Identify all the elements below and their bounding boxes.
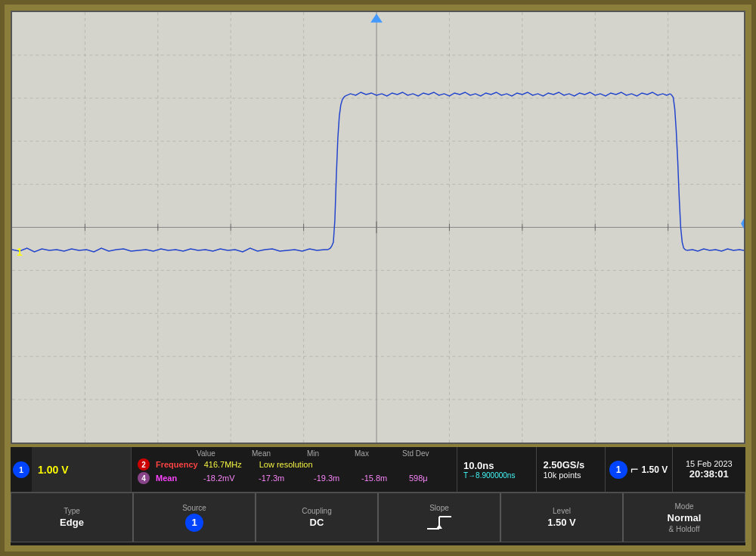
- mean-mean: -17.3m: [259, 474, 308, 483]
- ch2-circle: 2: [138, 458, 150, 471]
- mean-row: 4 Mean -18.2mV -17.3m -19.3m -15.8m 598μ: [138, 472, 451, 484]
- freq-resolution: Low resolution: [259, 460, 313, 469]
- timebase-panel: 10.0ns T→8.900000ns: [457, 447, 537, 492]
- bottom-panel: 1 1.00 V Value Mean Min Max Std Dev: [11, 447, 745, 545]
- measurements-table: Value Mean Min Max Std Dev 2 Frequency 4…: [132, 447, 457, 492]
- source-label-top: Source: [182, 504, 206, 512]
- mean-min: -19.3m: [314, 474, 355, 483]
- freq-row: 2 Frequency 416.7MHz Low resolution: [138, 458, 451, 471]
- oscilloscope-grid: 1: [12, 12, 744, 443]
- trigger-panel: 1 ⌐ 1.50 V: [606, 447, 673, 492]
- coupling-label-top: Coupling: [302, 507, 331, 515]
- sample-rate: 2.50GS/s: [543, 459, 598, 471]
- mean-std: 598μ: [409, 474, 451, 483]
- type-label-top: Type: [64, 507, 80, 515]
- ch1-indicator: 1: [13, 461, 29, 478]
- type-button[interactable]: Type Edge: [11, 492, 133, 542]
- oscilloscope-frame: 1 1 1.00 V: [0, 0, 756, 556]
- ch1-voltage: 1.00 V: [38, 464, 68, 476]
- datetime-panel: 15 Feb 2023 20:38:01: [673, 447, 745, 492]
- mode-label-top: Mode: [674, 502, 693, 511]
- slope-button[interactable]: Slope: [378, 492, 500, 542]
- timebase-value: 10.0ns: [463, 460, 530, 471]
- ch4-circle: 4: [138, 472, 150, 484]
- sample-panel: 2.50GS/s 10k points: [537, 447, 605, 492]
- trigger-pos: T→8.900000ns: [463, 471, 530, 480]
- mean-label: Mean: [156, 474, 197, 483]
- mean-max: -15.8m: [361, 474, 403, 483]
- measurements-row: 1 1.00 V Value Mean Min Max Std Dev: [11, 447, 745, 492]
- date-display: 15 Feb 2023: [686, 459, 733, 468]
- sample-points: 10k points: [543, 471, 598, 480]
- controls-row: Type Edge Source 1 Coupling DC Slope: [11, 492, 745, 542]
- time-display: 20:38:01: [689, 468, 729, 480]
- trigger-voltage: 1.50 V: [642, 464, 668, 475]
- oscilloscope-screen: 1: [11, 11, 745, 444]
- mode-holdoff: & Holdoff: [669, 525, 700, 533]
- slope-icon: [424, 514, 454, 532]
- coupling-button[interactable]: Coupling DC: [256, 492, 378, 542]
- source-circle: 1: [185, 514, 203, 532]
- mode-button[interactable]: Mode Normal & Holdoff: [623, 492, 745, 542]
- svg-marker-34: [436, 524, 442, 529]
- trigger-symbol: ⌐: [631, 461, 639, 477]
- level-button[interactable]: Level 1.50 V: [500, 492, 623, 542]
- coupling-label-main: DC: [310, 517, 324, 528]
- type-label-main: Edge: [60, 517, 84, 528]
- grid-container: 1: [12, 12, 744, 443]
- slope-label-top: Slope: [429, 504, 449, 512]
- mode-label-main: Normal: [668, 512, 702, 523]
- freq-label: Frequency: [156, 460, 198, 469]
- svg-text:1: 1: [17, 247, 23, 258]
- mean-value: -18.2mV: [203, 474, 253, 483]
- level-value: 1.50 V: [547, 517, 576, 528]
- meas-headers: Value Mean Min Max Std Dev: [138, 449, 451, 458]
- level-label-top: Level: [553, 507, 571, 515]
- source-button[interactable]: Source 1: [133, 492, 256, 542]
- freq-value: 416.7MHz: [204, 460, 253, 469]
- trigger-ch-indicator: 1: [609, 461, 627, 479]
